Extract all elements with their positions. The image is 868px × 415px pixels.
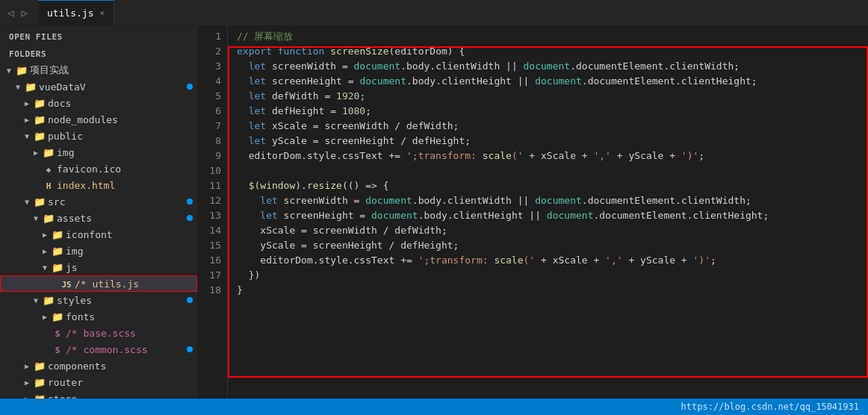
sidebar: OPEN FILES FOLDERS ▼📁项目实战▼📁vueDataV▶📁doc…	[0, 26, 198, 399]
tree-item-iconfont[interactable]: ▶📁iconfont	[0, 226, 197, 243]
tree-icon-iconfont: 📁	[51, 229, 64, 240]
code-line-16: editorDom.style.cssText += ';transform: …	[237, 253, 859, 268]
tree-item-favicon[interactable]: ◆favicon.ico	[0, 160, 197, 177]
tree-icon-assets: 📁	[42, 213, 55, 224]
tree-label-assets: assets	[57, 213, 191, 224]
tree-arrow-node_modules: ▶	[21, 116, 33, 124]
tree-icon-node_modules: 📁	[33, 114, 46, 125]
tree-item-styles[interactable]: ▼📁styles	[0, 292, 197, 308]
tree-item-index_html[interactable]: Hindex.html	[0, 177, 197, 193]
tree-item-fonts[interactable]: ▶📁fonts	[0, 308, 197, 325]
modified-dot-src	[187, 199, 193, 205]
tree-arrow-img_pub: ▶	[30, 149, 42, 157]
tree-item-src[interactable]: ▼📁src	[0, 193, 197, 210]
tree-arrow-styles: ▼	[30, 296, 42, 305]
tree-label-base_scss: /* base.scss	[66, 328, 191, 339]
nav-prev[interactable]: ◁	[4, 5, 16, 20]
line-number-17: 17	[207, 268, 221, 283]
tree-arrow-docs: ▶	[21, 99, 33, 107]
tree-item-docs[interactable]: ▶📁docs	[0, 95, 197, 111]
bottom-url: https://blog.csdn.net/qq_15041931	[681, 402, 859, 412]
tree-icon-router: 📁	[33, 377, 46, 388]
line-number-15: 15	[207, 238, 221, 253]
tree-icon-src: 📁	[33, 196, 46, 208]
tree-item-public[interactable]: ▼📁public	[0, 128, 197, 144]
tree-arrow-src: ▼	[21, 198, 33, 206]
modified-dot-common_scss	[187, 346, 193, 352]
line-number-12: 12	[207, 193, 221, 208]
tree-item-router[interactable]: ▶📁router	[0, 374, 197, 390]
code-line-15: yScale = screenHeight / defHeight;	[237, 238, 859, 253]
tree-arrow-vuedataV: ▼	[12, 83, 24, 91]
code-lines: // 屏幕缩放export function screenSize(editor…	[228, 26, 868, 399]
tree-icon-base_scss: S	[51, 328, 64, 339]
tree-icon-js_folder: 📁	[51, 262, 64, 273]
tree-icon-store: 📁	[33, 393, 46, 399]
tree-label-favicon: favicon.ico	[57, 163, 191, 175]
line-number-18: 18	[207, 283, 221, 298]
code-line-17: })	[237, 268, 859, 283]
tree-item-store[interactable]: ▶📁store	[0, 390, 197, 399]
editor-area: 123456789101112131415161718 // 屏幕缩放expor…	[198, 26, 868, 399]
line-number-8: 8	[207, 134, 221, 149]
modified-dot-vuedataV	[187, 84, 193, 90]
line-number-9: 9	[207, 149, 221, 163]
code-line-11: $(window).resize(() => {	[237, 178, 859, 193]
tree-icon-fonts: 📁	[51, 311, 64, 322]
modified-dot-assets	[187, 215, 193, 221]
code-line-4: let screenHeight = document.body.clientH…	[237, 74, 859, 89]
modified-dot-styles	[187, 297, 193, 303]
tree-label-js_folder: js	[66, 262, 191, 273]
line-number-6: 6	[207, 104, 221, 119]
tree-label-public: public	[48, 131, 191, 142]
tree-label-store: store	[48, 393, 191, 399]
tree-icon-docs: 📁	[33, 98, 46, 109]
code-line-7: let xScale = screenWidth / defWidth;	[237, 119, 859, 134]
tree-label-node_modules: node_modules	[48, 114, 191, 125]
tree-icon-vuedataV: 📁	[24, 81, 37, 93]
tree-item-vuedataV[interactable]: ▼📁vueDataV	[0, 78, 197, 95]
tree-item-common_scss[interactable]: S/* common.scss	[0, 341, 197, 358]
line-number-14: 14	[207, 223, 221, 238]
line-numbers: 123456789101112131415161718	[198, 26, 228, 399]
line-number-2: 2	[207, 44, 221, 59]
file-tree: ▼📁项目实战▼📁vueDataV▶📁docs▶📁node_modules▼📁pu…	[0, 62, 197, 399]
tree-arrow-iconfont: ▶	[39, 231, 51, 239]
tree-arrow-js_folder: ▼	[39, 263, 51, 272]
line-number-10: 10	[207, 163, 221, 178]
tree-item-img_pub[interactable]: ▶📁img	[0, 144, 197, 160]
code-line-18: }	[237, 283, 859, 298]
line-number-3: 3	[207, 59, 221, 74]
tab-close-button[interactable]: ×	[100, 8, 105, 18]
tree-icon-public: 📁	[33, 131, 46, 142]
tree-item-assets[interactable]: ▼📁assets	[0, 210, 197, 226]
tree-arrow-store: ▶	[21, 395, 33, 399]
line-number-7: 7	[207, 119, 221, 134]
code-line-1: // 屏幕缩放	[237, 29, 859, 44]
tree-item-utils_js[interactable]: JS/* utils.js	[0, 275, 197, 292]
code-line-6: let defHeight = 1080;	[237, 104, 859, 119]
nav-next[interactable]: ▷	[18, 5, 30, 20]
code-line-9: editorDom.style.cssText += ';transform: …	[237, 149, 859, 163]
tree-label-components: components	[48, 361, 191, 372]
tree-label-fonts: fonts	[66, 311, 191, 322]
tab-filename: utils.js	[47, 7, 94, 19]
tree-arrow-fonts: ▶	[39, 313, 51, 321]
code-line-13: let screenHeight = document.body.clientH…	[237, 208, 859, 223]
folders-title: FOLDERS	[0, 45, 197, 62]
tree-item-node_modules[interactable]: ▶📁node_modules	[0, 111, 197, 128]
line-number-16: 16	[207, 253, 221, 268]
tree-label-router: router	[48, 377, 191, 388]
tree-arrow-public: ▼	[21, 132, 33, 140]
tree-item-js_folder[interactable]: ▼📁js	[0, 259, 197, 275]
tree-item-base_scss[interactable]: S/* base.scss	[0, 325, 197, 341]
tree-label-iconfont: iconfont	[66, 229, 191, 240]
tree-item-img_assets[interactable]: ▶📁img	[0, 243, 197, 259]
tree-icon-styles: 📁	[42, 295, 55, 306]
code-container[interactable]: 123456789101112131415161718 // 屏幕缩放expor…	[198, 26, 868, 399]
tree-item-components[interactable]: ▶📁components	[0, 358, 197, 374]
tree-label-img_pub: img	[57, 147, 191, 158]
file-tab[interactable]: utils.js ×	[38, 0, 114, 26]
tree-item-project[interactable]: ▼📁项目实战	[0, 62, 197, 78]
code-line-14: xScale = screenWidth / defWidth;	[237, 223, 859, 238]
